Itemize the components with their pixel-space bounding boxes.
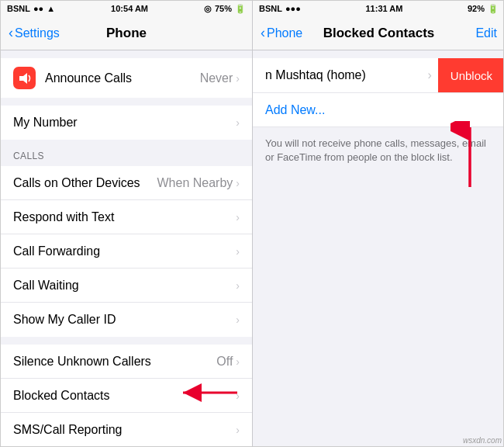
left-battery-icon: 🔋 xyxy=(235,4,246,14)
phone-back-button[interactable]: ‹ Phone xyxy=(261,25,302,41)
back-label: Settings xyxy=(15,26,60,40)
right-status-left: BSNL ●●● xyxy=(259,4,301,13)
my-number-chevron: › xyxy=(236,116,240,129)
right-signal-icon: ●●● xyxy=(285,4,301,13)
svg-marker-0 xyxy=(19,73,27,84)
left-carrier: BSNL xyxy=(7,4,30,13)
right-nav-title: Blocked Contacts xyxy=(323,26,435,41)
right-back-chevron-icon: ‹ xyxy=(261,25,265,41)
announce-calls-value: Never xyxy=(200,71,233,85)
left-signal-icon: ●● xyxy=(33,4,43,13)
call-forwarding-row[interactable]: Call Forwarding › xyxy=(1,234,252,269)
announce-calls-left: Announce Calls xyxy=(13,67,132,89)
call-waiting-label: Call Waiting xyxy=(13,279,79,293)
blocked-contact-name: n Mushtaq (home) xyxy=(265,60,427,91)
right-spacer1 xyxy=(253,50,504,58)
left-wifi-icon: ▲ xyxy=(47,4,55,13)
blocked-group: Silence Unknown Callers Off › Blocked Co… xyxy=(1,345,252,447)
left-panel: BSNL ●● ▲ 10:54 AM ◎ 75% 🔋 ‹ Settings Ph… xyxy=(1,1,253,447)
announce-calls-chevron: › xyxy=(236,72,240,85)
left-nav-bar: ‹ Settings Phone xyxy=(1,16,252,50)
right-battery: 92% xyxy=(468,4,485,13)
calls-other-devices-row[interactable]: Calls on Other Devices When Nearby › xyxy=(1,166,252,200)
spacer2 xyxy=(1,98,252,106)
edit-button[interactable]: Edit xyxy=(475,26,497,40)
announce-icon xyxy=(13,67,36,89)
calls-other-devices-chevron: › xyxy=(236,177,240,189)
calls-other-devices-value: When Nearby xyxy=(157,176,233,190)
back-chevron-icon: ‹ xyxy=(9,25,13,41)
right-carrier: BSNL xyxy=(259,4,282,13)
silence-unknown-label: Silence Unknown Callers xyxy=(13,355,151,369)
caller-id-chevron: › xyxy=(236,314,240,326)
announce-calls-label: Announce Calls xyxy=(45,71,132,85)
sms-call-reporting-row[interactable]: SMS/Call Reporting › xyxy=(1,413,252,447)
contact-detail-chevron: › xyxy=(427,68,431,82)
right-status-right: 92% 🔋 xyxy=(468,4,499,14)
respond-chevron: › xyxy=(236,211,240,224)
announce-calls-right: Never › xyxy=(200,71,240,85)
silence-chevron: › xyxy=(236,355,240,368)
sms-call-label: SMS/Call Reporting xyxy=(13,423,123,437)
respond-with-text-label: Respond with Text xyxy=(13,210,114,224)
calls-group: Calls on Other Devices When Nearby › Res… xyxy=(1,166,252,337)
silence-right: Off › xyxy=(216,355,240,369)
unblock-button[interactable]: Unblock xyxy=(438,58,504,92)
watermark: wsxdn.com xyxy=(463,436,502,445)
left-status-right: ◎ 75% 🔋 xyxy=(204,4,246,14)
right-status-bar: BSNL ●●● 11:31 AM 92% 🔋 xyxy=(253,1,504,16)
my-number-row[interactable]: My Number › xyxy=(1,106,252,140)
add-new-row[interactable]: Add New... xyxy=(253,93,504,127)
left-status-bar: BSNL ●● ▲ 10:54 AM ◎ 75% 🔋 xyxy=(1,1,252,16)
sms-chevron: › xyxy=(236,424,240,436)
blocked-chevron: › xyxy=(236,390,240,402)
respond-with-text-row[interactable]: Respond with Text › xyxy=(1,200,252,234)
block-list-info: You will not receive phone calls, messag… xyxy=(253,127,504,174)
calls-section-header: CALLS xyxy=(1,140,252,166)
call-waiting-row[interactable]: Call Waiting › xyxy=(1,269,252,303)
announce-calls-group: Announce Calls Never › xyxy=(1,58,252,98)
my-number-label: My Number xyxy=(13,116,78,130)
right-panel: BSNL ●●● 11:31 AM 92% 🔋 ‹ Phone Blocked … xyxy=(253,1,504,447)
calls-other-devices-label: Calls on Other Devices xyxy=(13,176,140,190)
announce-calls-row[interactable]: Announce Calls Never › xyxy=(1,58,252,98)
blocked-contacts-label: Blocked Contacts xyxy=(13,389,110,403)
right-time: 11:31 AM xyxy=(365,4,402,13)
right-back-label: Phone xyxy=(267,26,302,40)
spacer3 xyxy=(1,337,252,345)
my-number-group: My Number › xyxy=(1,106,252,140)
waiting-chevron: › xyxy=(236,279,240,292)
right-battery-icon: 🔋 xyxy=(488,4,499,14)
left-location-icon: ◎ xyxy=(204,4,212,14)
blocked-contact-row[interactable]: n Mushtaq (home) › Unblock xyxy=(253,58,504,93)
right-nav-bar: ‹ Phone Blocked Contacts Edit xyxy=(253,16,504,50)
spacer1 xyxy=(1,50,252,58)
call-forwarding-label: Call Forwarding xyxy=(13,244,100,258)
left-nav-title: Phone xyxy=(106,26,147,41)
add-new-label: Add New... xyxy=(265,103,325,117)
forwarding-chevron: › xyxy=(236,245,240,258)
settings-back-button[interactable]: ‹ Settings xyxy=(9,25,60,41)
left-time: 10:54 AM xyxy=(111,4,148,13)
silence-value: Off xyxy=(216,355,233,369)
calls-other-devices-right: When Nearby › xyxy=(157,176,240,190)
show-caller-id-label: Show My Caller ID xyxy=(13,313,116,327)
show-caller-id-row[interactable]: Show My Caller ID › xyxy=(1,303,252,337)
silence-unknown-row[interactable]: Silence Unknown Callers Off › xyxy=(1,345,252,379)
left-battery: 75% xyxy=(215,4,232,13)
blocked-contacts-row[interactable]: Blocked Contacts › xyxy=(1,379,252,413)
left-status-left: BSNL ●● ▲ xyxy=(7,4,55,13)
